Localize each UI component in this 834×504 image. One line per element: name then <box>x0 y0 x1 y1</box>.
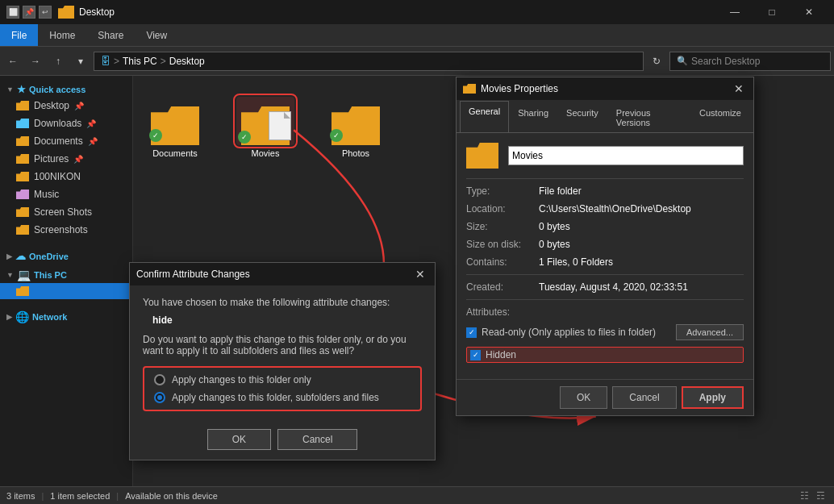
sidebar-item-documents[interactable]: Documents 📌 <box>0 132 132 150</box>
confirm-dialog[interactable]: Confirm Attribute Changes ✕ You have cho… <box>129 262 436 460</box>
confirm-message: You have chosen to make the following at… <box>143 297 422 308</box>
cancel-button[interactable]: Cancel <box>612 386 676 409</box>
ok-button[interactable]: OK <box>560 386 607 409</box>
desktop-folder-icon <box>16 101 29 110</box>
location-label: Location: <box>466 203 539 215</box>
properties-buttons: OK Cancel Apply <box>457 379 753 415</box>
thispc-arrow: ▼ <box>6 271 14 279</box>
divider1 <box>466 178 744 179</box>
onedrive-label: OneDrive <box>29 252 69 261</box>
network-label: Network <box>32 312 67 322</box>
radio-subfolders[interactable]: Apply changes to this folder, subfolders… <box>154 392 411 403</box>
status-sep1: | <box>41 491 44 501</box>
back-button[interactable]: ← <box>3 52 23 71</box>
folder-documents-label: Documents <box>152 148 198 158</box>
confirm-ok-button[interactable]: OK <box>207 429 271 450</box>
readonly-label: Read-only (Only applies to files in fold… <box>482 327 656 338</box>
documents-folder-icon <box>16 136 29 146</box>
sidebar: ▼ ★ Quick access Desktop 📌 Downloads 📌 D… <box>0 76 133 486</box>
tab-general[interactable]: General <box>460 101 509 132</box>
pictures-folder-icon <box>16 154 29 164</box>
quick-access-toolbar-icon[interactable]: ⬜ <box>6 6 19 19</box>
undo-icon[interactable]: ↩ <box>39 6 52 19</box>
sync-badge-photos: ✓ <box>330 129 343 142</box>
status-bar: 3 items | 1 item selected | Available on… <box>0 486 834 504</box>
tab-sharing[interactable]: Sharing <box>509 102 557 132</box>
address-path[interactable]: 🗄 > This PC > Desktop <box>94 52 644 71</box>
recent-locations-button[interactable]: ▾ <box>71 52 90 71</box>
minimize-button[interactable]: — <box>716 0 753 24</box>
view-details-icon[interactable]: ☷ <box>797 489 811 503</box>
confirm-question: Do you want to apply this change to this… <box>143 334 422 356</box>
sidebar-item-pictures[interactable]: Pictures 📌 <box>0 150 132 168</box>
confirm-cancel-button[interactable]: Cancel <box>277 429 357 450</box>
sidebar-item-music[interactable]: Music <box>0 185 132 203</box>
folder-photos[interactable]: ✓ Photos <box>327 97 385 158</box>
thispc-active-icon <box>16 286 29 296</box>
title-bar-icons: ⬜ 📌 ↩ <box>6 6 52 19</box>
hidden-label: Hidden <box>486 349 516 360</box>
tab-previous-versions[interactable]: Previous Versions <box>607 102 690 132</box>
100nikon-folder-icon <box>16 172 29 181</box>
network-header[interactable]: ▶ 🌐 Network <box>0 306 132 325</box>
sidebar-item-downloads[interactable]: Downloads 📌 <box>0 115 132 132</box>
hidden-checkbox[interactable]: ✓ <box>470 350 481 360</box>
size-row: Size: 0 bytes <box>466 221 744 232</box>
ribbon-tab-share[interactable]: Share <box>86 24 135 46</box>
folder-name-input[interactable] <box>508 146 744 165</box>
radio-btn-folder-only[interactable] <box>154 374 165 385</box>
sidebar-documents-label: Documents <box>34 135 83 147</box>
ribbon-tab-home[interactable]: Home <box>38 24 86 46</box>
confirm-title: Confirm Attribute Changes <box>136 269 412 280</box>
confirm-titlebar: Confirm Attribute Changes ✕ <box>130 263 435 285</box>
contains-label: Contains: <box>466 256 539 268</box>
ribbon-tab-view[interactable]: View <box>135 24 178 46</box>
sidebar-item-100nikon[interactable]: 100NIKON <box>0 168 132 185</box>
maximize-button[interactable]: □ <box>753 0 790 24</box>
tab-customize[interactable]: Customize <box>690 102 750 132</box>
quick-access-arrow: ▼ <box>6 85 14 94</box>
properties-close-button[interactable]: ✕ <box>731 81 747 97</box>
confirm-close-button[interactable]: ✕ <box>412 266 428 282</box>
properties-tabs: General Sharing Security Previous Versio… <box>457 100 753 133</box>
folder-documents[interactable]: ✓ Documents <box>146 97 204 158</box>
documents-folder-big: ✓ <box>146 97 204 145</box>
forward-button[interactable]: → <box>26 52 45 71</box>
onedrive-header[interactable]: ▶ ☁ OneDrive <box>0 245 132 264</box>
pin-icon[interactable]: 📌 <box>23 6 35 19</box>
search-box[interactable]: 🔍 Search Desktop <box>669 52 831 71</box>
properties-dialog[interactable]: Movies Properties ✕ General Sharing Secu… <box>456 77 754 416</box>
apply-button[interactable]: Apply <box>682 386 744 409</box>
readonly-checkbox[interactable]: ✓ <box>466 327 477 338</box>
quick-access-header[interactable]: ▼ ★ Quick access <box>0 79 132 97</box>
sidebar-item-desktop[interactable]: Desktop 📌 <box>0 97 132 115</box>
properties-title: Movies Properties <box>481 83 731 94</box>
view-tiles-icon[interactable]: ☶ <box>813 489 828 503</box>
attributes-section: Attributes: ✓ Read-only (Only applies to… <box>466 306 744 363</box>
sidebar-item-screenshots1[interactable]: Screen Shots <box>0 203 132 221</box>
radio-label-subfolders: Apply changes to this folder, subfolders… <box>172 392 379 403</box>
ribbon-tab-file[interactable]: File <box>0 24 38 46</box>
radio-btn-subfolders[interactable] <box>154 392 165 403</box>
divider3 <box>466 299 744 300</box>
confirm-attribute: hide <box>152 314 422 326</box>
tab-security[interactable]: Security <box>557 102 607 132</box>
sidebar-item-screenshots2[interactable]: Screenshots <box>0 221 132 239</box>
window-title: Desktop <box>79 6 716 18</box>
onedrive-icon: ☁ <box>15 250 26 262</box>
up-button[interactable]: ↑ <box>48 52 68 71</box>
advanced-button[interactable]: Advanced... <box>676 324 744 340</box>
size-value: 0 bytes <box>539 221 570 232</box>
thispc-header[interactable]: ▼ 💻 This PC <box>0 264 132 283</box>
contains-value: 1 Files, 0 Folders <box>539 256 613 268</box>
contains-row: Contains: 1 Files, 0 Folders <box>466 256 744 268</box>
location-value: C:\Users\Stealth\OneDrive\Desktop <box>539 203 691 215</box>
folder-movies[interactable]: ✓ Movies <box>236 97 294 158</box>
close-button[interactable]: ✕ <box>790 0 828 24</box>
refresh-button[interactable]: ↻ <box>647 52 666 71</box>
title-folder-icon <box>58 6 74 19</box>
sidebar-item-thispc-active[interactable] <box>0 283 132 299</box>
path-desktop: Desktop <box>169 56 205 67</box>
radio-folder-only[interactable]: Apply changes to this folder only <box>154 374 411 385</box>
location-row: Location: C:\Users\Stealth\OneDrive\Desk… <box>466 203 744 215</box>
